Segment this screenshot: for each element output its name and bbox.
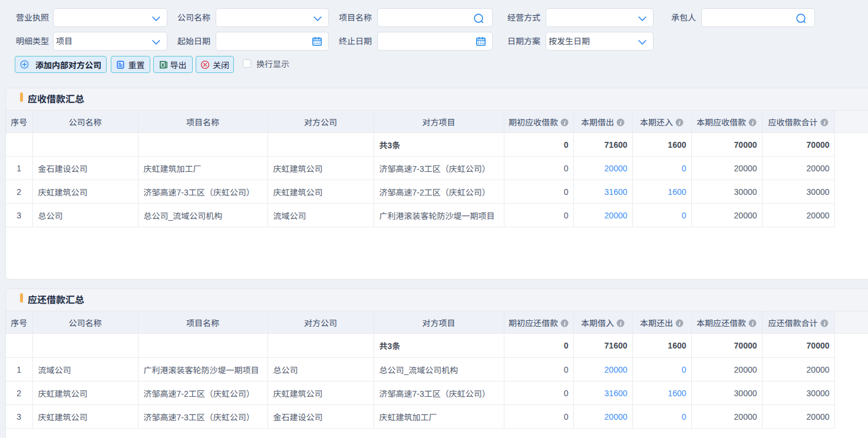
svg-text:i: i bbox=[564, 119, 566, 125]
svg-text:i: i bbox=[679, 320, 681, 326]
svg-text:i: i bbox=[564, 320, 566, 326]
svg-text:i: i bbox=[823, 119, 825, 125]
svg-text:i: i bbox=[620, 320, 622, 326]
svg-text:i: i bbox=[752, 119, 754, 125]
svg-text:i: i bbox=[620, 119, 622, 125]
svg-text:i: i bbox=[679, 119, 681, 125]
svg-text:i: i bbox=[823, 320, 825, 326]
svg-text:i: i bbox=[752, 320, 754, 326]
